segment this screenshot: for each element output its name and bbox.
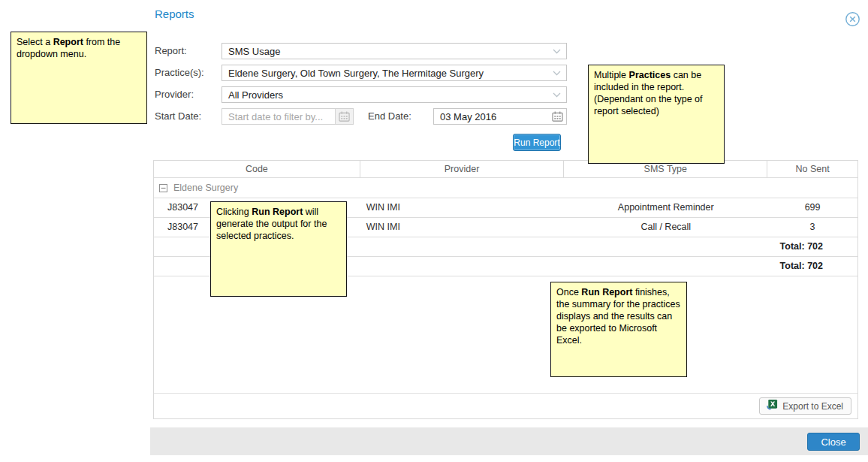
start-date-input[interactable] bbox=[222, 111, 335, 122]
group-row: Eldene Surgery bbox=[154, 178, 857, 198]
minus-box-icon[interactable] bbox=[159, 184, 167, 192]
cell-sms-type: Call / Recall bbox=[564, 218, 767, 237]
circle-x-icon bbox=[845, 18, 860, 29]
report-select[interactable]: SMS Usage bbox=[222, 43, 567, 59]
run-report-button[interactable]: Run Report bbox=[513, 134, 561, 151]
report-select-value: SMS Usage bbox=[222, 46, 553, 57]
excel-icon bbox=[766, 399, 778, 413]
cell-no-sent: 699 bbox=[767, 198, 857, 217]
dialog-footer: Close bbox=[150, 427, 868, 455]
export-to-excel-button[interactable]: Export to Excel bbox=[759, 397, 851, 415]
end-date-input[interactable] bbox=[434, 111, 548, 122]
calendar-icon[interactable] bbox=[548, 109, 566, 124]
cell-no-sent: 3 bbox=[767, 218, 857, 237]
calendar-icon[interactable] bbox=[335, 109, 353, 124]
end-date-label: End Date: bbox=[368, 108, 411, 125]
annotation-note-multiple-practices: Multiple Practices can be included in th… bbox=[588, 65, 725, 164]
close-button[interactable]: Close bbox=[807, 433, 860, 451]
annotation-note-run-report: Clicking Run Report will generate the ou… bbox=[210, 201, 347, 297]
column-header-code[interactable]: Code bbox=[154, 161, 360, 177]
dialog-close-button[interactable] bbox=[845, 11, 860, 27]
column-header-no-sent[interactable]: No Sent bbox=[767, 161, 857, 177]
end-date-field bbox=[433, 108, 567, 125]
cell-sms-type: Appointment Reminder bbox=[564, 198, 767, 217]
practices-select-value: Eldene Surgery, Old Town Surgery, The He… bbox=[222, 68, 553, 79]
table-header-row: Code Provider SMS Type No Sent bbox=[154, 161, 857, 178]
group-label: Eldene Surgery bbox=[173, 183, 238, 193]
annotation-note-select-report: Select a Report from the dropdown menu. bbox=[11, 32, 147, 124]
cell-provider: WIN IMI bbox=[360, 198, 565, 217]
provider-select[interactable]: All Providers bbox=[222, 86, 567, 103]
start-date-label: Start Date: bbox=[155, 108, 201, 125]
column-header-provider[interactable]: Provider bbox=[360, 161, 565, 177]
chevron-down-icon bbox=[553, 49, 566, 54]
start-date-field bbox=[222, 108, 354, 125]
practices-label: Practice(s): bbox=[155, 65, 204, 81]
provider-select-value: All Providers bbox=[222, 89, 553, 101]
report-label: Report: bbox=[155, 43, 187, 59]
cell-provider: WIN IMI bbox=[360, 218, 565, 237]
provider-label: Provider: bbox=[155, 86, 194, 103]
chevron-down-icon bbox=[553, 71, 566, 76]
page-title: Reports bbox=[155, 8, 194, 20]
export-to-excel-label: Export to Excel bbox=[782, 401, 843, 412]
chevron-down-icon bbox=[553, 92, 566, 98]
annotation-note-export-results: Once Run Report finishes, the summary fo… bbox=[550, 282, 687, 377]
export-row: Export to Excel bbox=[154, 393, 857, 418]
practices-select[interactable]: Eldene Surgery, Old Town Surgery, The He… bbox=[222, 65, 567, 81]
